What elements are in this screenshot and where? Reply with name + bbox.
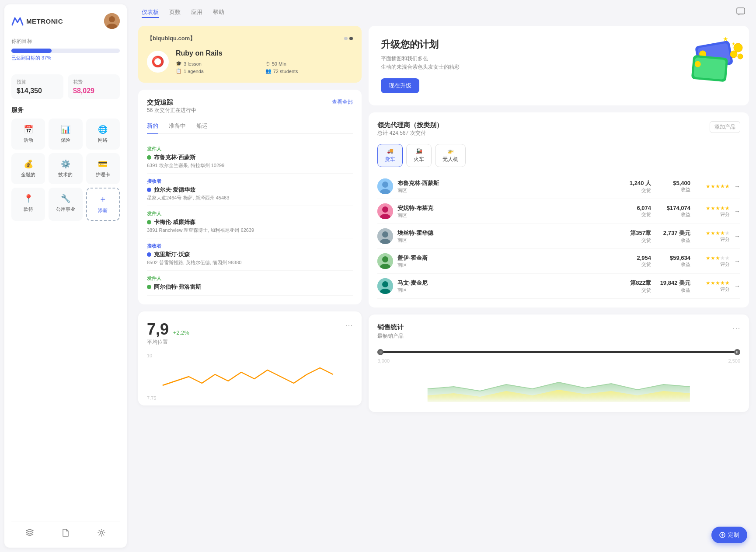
service-utility[interactable]: 🔧 公用事业 [49, 188, 82, 221]
arrow-4[interactable]: → [734, 258, 740, 265]
agent-row-4: 盖伊·霍金斯 南区 2,954 交货 $59,634 收益 ★★★★★ 评分 [377, 249, 740, 274]
layers-icon[interactable] [25, 528, 34, 539]
agent-info-2: 安妮特·布莱克 南区 [397, 204, 620, 219]
agent-info-3: 埃丝特·霍华德 南区 [397, 229, 620, 244]
truck-icon: 🚚 [387, 148, 394, 154]
customize-label: 定制 [728, 531, 739, 539]
service-hospitality[interactable]: 📍 款待 [11, 188, 45, 221]
service-insurance[interactable]: 📊 保险 [49, 119, 82, 150]
delivery-header: 交货追踪 56 次交付正在进行中 查看全部 [147, 98, 353, 120]
svg-rect-9 [693, 57, 726, 80]
range-thumb-left[interactable]: II [377, 349, 383, 355]
avg-line-chart [147, 359, 353, 394]
service-card[interactable]: 💳 护理卡 [86, 153, 120, 184]
sidebar: METRONIC 你的目标 已达到目标的 37% 预算 $14,350 花费 $… [4, 4, 127, 548]
rating-label-3: 评分 [695, 236, 730, 243]
agent-row-5: 马文·麦金尼 南区 第822章 交货 19,842 美元 收益 ★★★★★ 评分 [377, 274, 740, 299]
settings-icon[interactable] [97, 528, 106, 539]
agent-name-3: 埃丝特·霍华德 [397, 229, 620, 237]
progress-bar-background [11, 49, 120, 53]
service-add[interactable]: + 添新 [86, 188, 120, 221]
lessons-icon: 🎓 [176, 61, 182, 66]
agent-row-2: 安妮特·布莱克 南区 6,074 交货 $174,074 收益 ★★★★★ 评分 [377, 199, 740, 224]
sales-menu-icon[interactable]: ⋯ [732, 323, 740, 333]
service-tech[interactable]: ⚙️ 技术的 [49, 153, 82, 184]
budget-card: 预算 $14,350 [11, 74, 63, 99]
sales-area-chart [377, 367, 740, 402]
range-thumb-right[interactable]: II [734, 349, 740, 355]
agent-revenue-2: $174,074 收益 [655, 205, 690, 218]
stars-5: ★★★★★ [695, 280, 730, 286]
progress-bar-fill [11, 49, 52, 53]
arrow-1[interactable]: → [734, 183, 740, 190]
agent-rating-2: ★★★★★ 评分 [695, 205, 730, 218]
agent-stat-5: 第822章 交货 [625, 279, 651, 293]
agent-revenue-4: $59,634 收益 [655, 255, 690, 268]
file-icon[interactable] [62, 528, 70, 539]
status-dot-1 [147, 155, 151, 160]
customize-button[interactable]: 定制 [711, 527, 747, 543]
arrow-3[interactable]: → [734, 233, 740, 240]
role-sender-3: 发件人 [147, 275, 353, 282]
stars-4: ★★★★★ [695, 255, 730, 261]
agent-region-1: 南区 [397, 187, 620, 194]
agent-revenue-1: $5,400 收益 [655, 180, 690, 193]
agent-name-5: 马文·麦金尼 [397, 279, 620, 287]
role-receiver-1: 接收者 [147, 178, 353, 185]
agent-count-1: 1,240 人 [625, 179, 651, 187]
students-value: 72 students [273, 69, 298, 74]
tab-shipping[interactable]: 船运 [196, 122, 208, 133]
avatar[interactable] [104, 13, 120, 29]
stars-1: ★★★★★ [695, 183, 730, 189]
upgrade-button[interactable]: 现在升级 [381, 78, 419, 93]
svg-point-13 [738, 54, 743, 59]
activity-icon: 📅 [24, 125, 33, 134]
service-activity[interactable]: 📅 活动 [11, 119, 45, 150]
agent-stat-4: 2,954 交货 [625, 255, 651, 268]
agent-avatar-5 [377, 278, 393, 294]
agents-title: 领先代理商（按类别） [377, 121, 443, 129]
svg-rect-4 [737, 8, 745, 14]
logo-text: METRONIC [26, 17, 63, 25]
service-label: 款待 [24, 206, 33, 213]
avg-menu-icon[interactable]: ⋯ [345, 320, 353, 330]
sales-title: 销售统计 [377, 323, 404, 332]
tab-truck[interactable]: 🚚 货车 [377, 144, 403, 167]
chat-icon[interactable] [736, 7, 746, 19]
service-network[interactable]: 🌐 网络 [86, 119, 120, 150]
agent-rating-3: ★★★★★ 评分 [695, 230, 730, 243]
range-right-label: II [734, 349, 740, 355]
sales-subtitle: 最畅销产品 [377, 332, 404, 340]
view-all-link[interactable]: 查看全部 [332, 98, 353, 106]
nav-apps[interactable]: 应用 [191, 8, 202, 18]
add-product-button[interactable]: 添加产品 [710, 121, 740, 133]
agent-row-1: 布鲁克林·西蒙斯 南区 1,240 人 交货 $5,400 收益 ★★★★★ [377, 174, 740, 199]
tab-new[interactable]: 新的 [147, 122, 158, 134]
agent-count-3: 第357章 [625, 229, 651, 237]
agent-count-label-1: 交货 [625, 187, 651, 194]
rating-label-2: 评分 [695, 211, 730, 218]
nav-help[interactable]: 帮助 [213, 8, 224, 18]
nav-pages[interactable]: 页数 [169, 8, 181, 18]
delivery-item-3: 发件人 卡梅伦·威廉姆森 3891 Ranchview 理查森博士, 加利福尼亚… [147, 206, 353, 238]
average-position-card: 7,9 +2.2% 平均位置 ⋯ 10 7.75 [138, 311, 362, 405]
tab-drone[interactable]: 🚁 无人机 [435, 144, 466, 167]
sales-card: 销售统计 最畅销产品 ⋯ II II [369, 314, 749, 412]
budget-row: 预算 $14,350 花费 $8,029 [11, 74, 120, 99]
service-finance[interactable]: 💰 金融的 [11, 153, 45, 184]
service-label: 技术的 [58, 171, 73, 178]
nav-dashboard[interactable]: 仪表板 [142, 8, 159, 18]
agent-avatar-2 [377, 203, 393, 219]
tab-train[interactable]: 🚂 火车 [406, 144, 432, 167]
delivery-item-4: 接收者 克里斯汀·沃森 8502 普雷斯顿路, 英格尔伍德, 缅因州 98380 [147, 238, 353, 271]
arrow-2[interactable]: → [734, 208, 740, 215]
course-info: Ruby on Rails 🎓 3 lesson ⏱ 50 Min [176, 49, 353, 74]
tab-preparing[interactable]: 准备中 [169, 122, 186, 133]
delivery-title-block: 交货追踪 56 次交付正在进行中 [147, 98, 196, 120]
rating-label-5: 评分 [695, 286, 730, 293]
agenda-value: 1 agenda [184, 69, 204, 74]
svg-point-20 [382, 206, 388, 213]
avg-change: +2.2% [173, 329, 189, 336]
agent-rev-label-5: 收益 [655, 287, 690, 293]
arrow-5[interactable]: → [734, 283, 740, 290]
